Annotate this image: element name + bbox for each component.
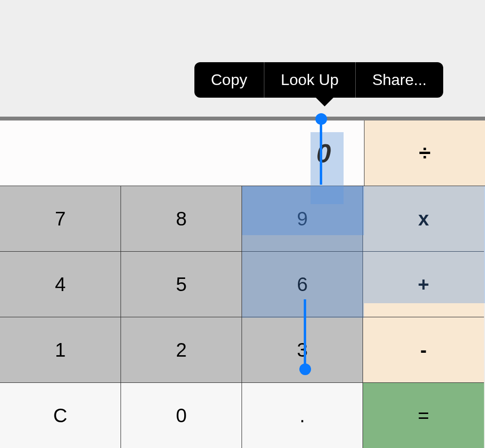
keypad: 7 8 9 x 4 5 6 + 1 2 3 - C 0 . =: [0, 186, 485, 448]
key-minus[interactable]: -: [363, 317, 484, 383]
context-menu: Copy Look Up Share...: [194, 62, 443, 98]
display-row: 0 ÷: [0, 121, 485, 186]
display-value: 0: [316, 138, 331, 168]
calculator-display[interactable]: 0: [0, 121, 364, 186]
context-menu-arrow: [315, 97, 334, 106]
key-4[interactable]: 4: [0, 252, 121, 317]
selection-caret-top: [320, 122, 322, 185]
key-0[interactable]: 0: [121, 383, 242, 448]
key-6[interactable]: 6: [242, 252, 363, 317]
key-clear[interactable]: C: [0, 383, 121, 448]
top-background: Copy Look Up Share...: [0, 0, 485, 121]
key-equals[interactable]: =: [363, 383, 484, 448]
key-divide[interactable]: ÷: [364, 121, 485, 186]
key-2[interactable]: 2: [121, 317, 242, 383]
selection-caret-bottom: [304, 299, 306, 365]
key-7[interactable]: 7: [0, 186, 121, 252]
key-8[interactable]: 8: [121, 186, 242, 252]
key-plus[interactable]: +: [363, 252, 484, 317]
key-multiply[interactable]: x: [363, 186, 484, 252]
selection-handle-top[interactable]: [315, 113, 327, 125]
key-dot[interactable]: .: [242, 383, 363, 448]
menu-item-copy[interactable]: Copy: [194, 62, 264, 98]
selection-handle-bottom[interactable]: [299, 363, 311, 375]
menu-item-lookup[interactable]: Look Up: [264, 62, 355, 98]
key-1[interactable]: 1: [0, 317, 121, 383]
top-divider: [0, 117, 485, 121]
menu-item-share[interactable]: Share...: [355, 62, 443, 98]
key-5[interactable]: 5: [121, 252, 242, 317]
key-9[interactable]: 9: [242, 186, 363, 252]
